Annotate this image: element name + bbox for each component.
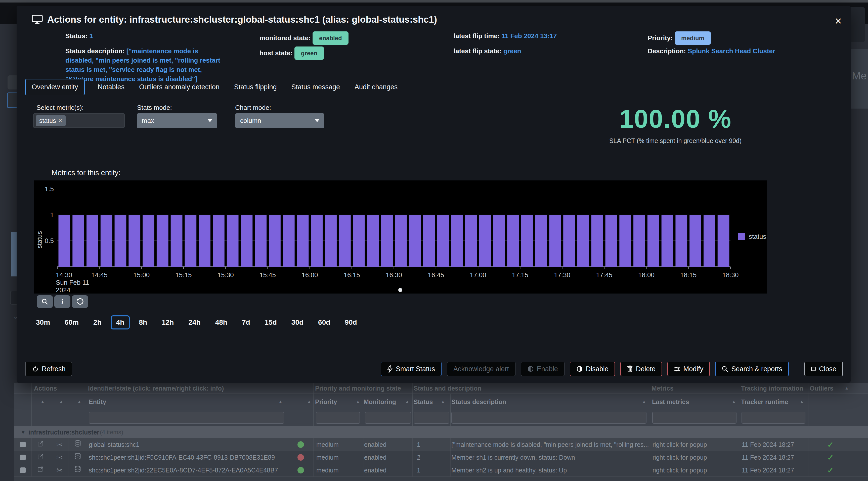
modify-button[interactable]: Modify <box>668 362 710 376</box>
entity-name[interactable]: shc:shc1peer:sh1|id:F5C910FA-EC40-43FC-8… <box>89 454 275 461</box>
acknowledge-alert-button[interactable]: Acknowledge alert <box>447 362 516 376</box>
layers-icon[interactable] <box>74 440 81 449</box>
smart-status-button[interactable]: Smart Status <box>381 362 441 376</box>
sub-col-status[interactable]: Status <box>414 398 433 406</box>
last-metrics-cell[interactable]: right click for popup <box>652 441 707 448</box>
sort-asc-icon[interactable]: ▲ <box>307 399 311 404</box>
layers-icon[interactable] <box>74 466 81 475</box>
svg-text:15:15: 15:15 <box>175 271 192 279</box>
sort-asc-icon[interactable]: ▲ <box>800 399 804 404</box>
enable-button[interactable]: Enable <box>521 362 564 376</box>
sort-asc-icon[interactable]: ▲ <box>356 399 360 404</box>
scissors-icon[interactable]: ✂ <box>56 453 63 462</box>
filter-input[interactable] <box>414 412 450 424</box>
sort-asc-icon[interactable]: ▲ <box>405 399 409 404</box>
group-col-4[interactable]: Status and description <box>414 385 481 392</box>
group-col-3[interactable]: Priority and monitoring state <box>315 385 401 392</box>
last-metrics-cell[interactable]: right click for popup <box>652 454 707 461</box>
filter-input[interactable] <box>742 412 805 424</box>
filter-input[interactable] <box>451 412 647 424</box>
carousel-dot[interactable] <box>398 288 402 292</box>
layers-icon[interactable] <box>74 453 81 462</box>
group-col-5[interactable]: Metrics <box>651 385 674 392</box>
reset-icon[interactable] <box>72 295 88 308</box>
external-link-icon[interactable] <box>37 466 44 475</box>
group-col-1[interactable]: Actions <box>34 385 57 392</box>
group-col-7[interactable]: Outliers <box>810 385 833 392</box>
column-separator <box>68 438 68 451</box>
sort-asc-icon[interactable]: ▲ <box>732 399 736 404</box>
sub-col-monitoring[interactable]: Monitoring <box>364 398 396 406</box>
sub-col-entity[interactable]: Entity <box>89 398 106 406</box>
bar-chart-svg: 0.511.5status14:3014:4515:0015:1515:3015… <box>34 181 767 293</box>
sort-asc-icon[interactable]: ▲ <box>278 399 283 404</box>
row-checkbox[interactable] <box>20 442 26 447</box>
time-range-15d[interactable]: 15d <box>259 315 282 329</box>
sort-asc-icon[interactable]: ▲ <box>77 399 82 404</box>
time-range-60m[interactable]: 60m <box>59 315 84 329</box>
entity-name[interactable]: global-status:shc1 <box>89 441 140 448</box>
magnifier-icon[interactable] <box>37 295 53 308</box>
collapse-triangle-icon[interactable]: ▼ <box>21 426 26 438</box>
metrics-chart[interactable]: 0.511.5status14:3014:4515:0015:1515:3015… <box>34 181 767 293</box>
info-icon[interactable]: i <box>54 295 70 308</box>
time-range-48h[interactable]: 48h <box>210 315 233 329</box>
sub-col-last-metrics[interactable]: Last metrics <box>652 398 689 406</box>
entity-name[interactable]: shc:shc1peer:sh2|id:22EC5E0A-8CD7-4EF5-8… <box>89 467 278 474</box>
sub-col-status-description[interactable]: Status description <box>451 398 506 406</box>
sort-asc-icon[interactable]: ▲ <box>642 399 646 404</box>
time-range-60d[interactable]: 60d <box>313 315 336 329</box>
table-subheader-row: ▲▲▲Entity▲▲Priority▲Monitoring▲Status▲St… <box>14 394 868 410</box>
table-row[interactable]: ✂shc:shc1peer:sh2|id:22EC5E0A-8CD7-4EF5-… <box>14 464 868 477</box>
table-row[interactable]: ✂shc:shc1peer:sh1|id:F5C910FA-EC40-43FC-… <box>14 451 868 464</box>
tab-notables[interactable]: Notables <box>96 79 126 95</box>
sub-col-tracker-runtime[interactable]: Tracker runtime <box>741 398 788 406</box>
time-range-30d[interactable]: 30d <box>286 315 309 329</box>
delete-button[interactable]: Delete <box>620 362 662 376</box>
search-reports-button[interactable]: Search & reports <box>715 362 789 376</box>
tab-outliers-anomaly-detection[interactable]: Outliers anomaly detection <box>137 79 221 95</box>
chart-mode-select[interactable]: column <box>235 113 324 128</box>
disable-button[interactable]: Disable <box>570 362 615 376</box>
filter-input[interactable] <box>316 412 360 424</box>
tab-status-message[interactable]: Status message <box>290 79 341 95</box>
tab-overview-entity[interactable]: Overview entity <box>25 79 85 95</box>
time-range-12h[interactable]: 12h <box>156 315 179 329</box>
sub-col-priority[interactable]: Priority <box>315 398 337 406</box>
time-range-90d[interactable]: 90d <box>339 315 362 329</box>
sort-asc-icon[interactable]: ▲ <box>845 386 849 391</box>
stats-mode-select[interactable]: max <box>137 113 217 128</box>
row-checkbox[interactable] <box>20 468 26 473</box>
table-group-row[interactable]: ▼ infrastructure:shcluster (4 items) <box>14 426 868 438</box>
refresh-button[interactable]: Refresh <box>25 362 72 376</box>
tab-audit-changes[interactable]: Audit changes <box>353 79 399 95</box>
time-range-4h[interactable]: 4h <box>111 315 130 329</box>
close-button[interactable]: Close <box>804 362 843 376</box>
time-range-30m[interactable]: 30m <box>30 315 56 329</box>
scissors-icon[interactable]: ✂ <box>56 440 63 449</box>
external-link-icon[interactable] <box>37 453 44 462</box>
sort-asc-icon[interactable]: ▲ <box>441 399 445 404</box>
sort-asc-icon[interactable]: ▲ <box>59 399 63 404</box>
group-col-2[interactable]: Identifier/state (click: rename/right cl… <box>88 385 224 392</box>
filter-input[interactable] <box>365 412 411 424</box>
filter-input[interactable] <box>89 412 284 424</box>
external-link-icon[interactable] <box>37 441 44 449</box>
group-col-6[interactable]: Tracking information <box>741 385 803 392</box>
table-row[interactable]: ✂global-status:shc1mediumenabled1["maint… <box>14 438 868 451</box>
sort-asc-icon[interactable]: ▲ <box>40 399 45 404</box>
scissors-icon[interactable]: ✂ <box>56 466 63 475</box>
time-range-24h[interactable]: 24h <box>183 315 206 329</box>
metric-select-input[interactable]: status × <box>33 113 125 128</box>
time-range-8h[interactable]: 8h <box>133 315 153 329</box>
bar <box>409 215 421 267</box>
remove-token-icon[interactable]: × <box>59 117 62 124</box>
status-description-label: Status description: <box>65 47 124 55</box>
close-icon[interactable]: × <box>831 13 846 28</box>
time-range-2h[interactable]: 2h <box>88 315 107 329</box>
time-range-7d[interactable]: 7d <box>236 315 256 329</box>
filter-input[interactable] <box>652 412 737 424</box>
last-metrics-cell[interactable]: right click for popup <box>652 467 707 474</box>
row-checkbox[interactable] <box>20 455 26 460</box>
tab-status-flipping[interactable]: Status flipping <box>232 79 278 95</box>
